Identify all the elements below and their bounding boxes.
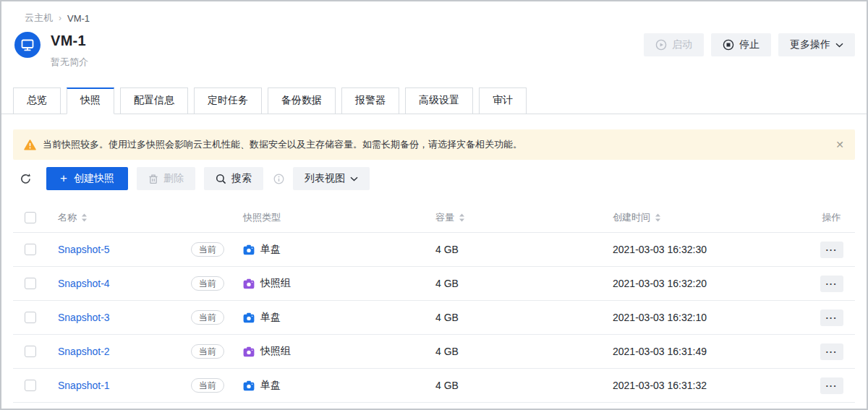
snapshot-name-link[interactable]: Snapshot-3 — [58, 312, 110, 323]
row-checkbox[interactable] — [25, 278, 36, 289]
snapshot-type-label: 快照组 — [260, 345, 291, 358]
capacity-value: 4 GB — [435, 380, 613, 391]
tab-advanced-settings[interactable]: 高级设置 — [405, 87, 473, 114]
start-button-label: 启动 — [672, 38, 692, 51]
breadcrumb: 云主机 › VM-1 — [1, 1, 867, 25]
tab-configuration[interactable]: 配置信息 — [120, 87, 188, 114]
select-all-checkbox[interactable] — [25, 212, 36, 223]
view-mode-button[interactable]: 列表视图 — [293, 167, 370, 190]
tab-overview[interactable]: 总览 — [13, 87, 61, 114]
snapshot-name-link[interactable]: Snapshot-5 — [58, 244, 110, 255]
tab-scheduled-tasks[interactable]: 定时任务 — [194, 87, 262, 114]
snapshot-name-link[interactable]: Snapshot-1 — [58, 380, 110, 391]
warning-icon — [24, 140, 36, 150]
warning-banner: 当前快照较多。使用过多快照会影响云主机性能、数据安全以及主存储容量。如需长期备份… — [13, 129, 855, 160]
stop-button[interactable]: 停止 — [711, 33, 771, 56]
trash-icon — [148, 174, 158, 184]
table-header: 名称 快照类型 容量 创建时间 操作 — [13, 202, 855, 233]
column-label-created: 创建时间 — [613, 211, 650, 224]
column-header-name[interactable]: 名称 — [48, 211, 240, 224]
header-actions: 启动 停止 更多操作 — [644, 33, 855, 56]
current-badge: 当前 — [191, 310, 224, 325]
ellipsis-icon: ··· — [826, 313, 838, 323]
capacity-value: 4 GB — [435, 346, 613, 357]
table-row: Snapshot-4 当前 快照组 4 GB 2021-03-03 16:32:… — [13, 267, 855, 301]
ellipsis-icon: ··· — [826, 279, 838, 289]
row-checkbox[interactable] — [25, 380, 36, 391]
create-snapshot-button[interactable]: + 创建快照 — [46, 167, 128, 190]
current-badge: 当前 — [191, 276, 224, 291]
current-badge: 当前 — [191, 242, 224, 257]
page-header: VM-1 暂无简介 启动 停止 更多操作 — [1, 25, 867, 69]
breadcrumb-item-current: VM-1 — [67, 13, 90, 24]
refresh-button[interactable] — [13, 167, 38, 190]
column-header-created[interactable]: 创建时间 — [613, 211, 808, 224]
tab-alarms[interactable]: 报警器 — [341, 87, 399, 114]
row-actions-button[interactable]: ··· — [820, 343, 843, 360]
created-time: 2021-03-03 16:31:32 — [613, 380, 808, 391]
plus-icon: + — [60, 172, 67, 184]
column-label-actions: 操作 — [822, 211, 841, 224]
more-actions-label: 更多操作 — [790, 38, 830, 51]
page-subtitle: 暂无简介 — [51, 56, 88, 69]
ellipsis-icon: ··· — [826, 381, 838, 390]
column-label-type: 快照类型 — [243, 211, 281, 224]
refresh-icon — [20, 173, 32, 185]
tab-backup-data[interactable]: 备份数据 — [268, 87, 336, 114]
column-label-name: 名称 — [58, 211, 77, 224]
snapshot-type-label: 单盘 — [260, 311, 281, 324]
created-time: 2021-03-03 16:32:10 — [613, 312, 808, 323]
stop-button-label: 停止 — [739, 38, 760, 51]
row-actions-button[interactable]: ··· — [820, 276, 843, 292]
ellipsis-icon: ··· — [826, 347, 838, 356]
table-row: Snapshot-2 当前 快照组 4 GB 2021-03-03 16:31:… — [13, 335, 855, 369]
monitor-icon — [20, 38, 35, 52]
snapshot-type-label: 单盘 — [260, 379, 281, 392]
play-circle-icon — [655, 39, 667, 51]
table-row: Snapshot-5 当前 单盘 4 GB 2021-03-03 16:32:3… — [13, 233, 855, 267]
column-header-actions: 操作 — [808, 211, 855, 224]
table-row: Snapshot-3 当前 单盘 4 GB 2021-03-03 16:32:1… — [13, 301, 855, 335]
ellipsis-icon: ··· — [826, 245, 838, 255]
row-checkbox[interactable] — [25, 312, 36, 323]
capacity-value: 4 GB — [435, 312, 613, 323]
snapshot-name-link[interactable]: Snapshot-4 — [58, 278, 110, 289]
search-icon — [216, 174, 226, 184]
banner-close-icon[interactable]: ✕ — [835, 140, 844, 150]
delete-button-label: 删除 — [163, 172, 184, 185]
tab-bar: 总览 快照 配置信息 定时任务 备份数据 报警器 高级设置 审计 — [1, 87, 867, 114]
current-badge: 当前 — [191, 378, 224, 393]
search-button-label: 搜索 — [231, 172, 252, 185]
current-badge: 当前 — [191, 344, 224, 359]
row-actions-button[interactable]: ··· — [820, 242, 843, 258]
snapshot-type-label: 单盘 — [260, 243, 281, 256]
column-label-capacity: 容量 — [435, 211, 454, 224]
create-snapshot-label: 创建快照 — [74, 172, 114, 185]
view-mode-label: 列表视图 — [305, 172, 345, 185]
created-time: 2021-03-03 16:32:20 — [613, 278, 808, 289]
sort-icon — [459, 213, 465, 223]
row-checkbox[interactable] — [25, 244, 36, 255]
capacity-value: 4 GB — [435, 278, 613, 289]
camera-icon — [243, 312, 255, 323]
snapshot-name-link[interactable]: Snapshot-2 — [58, 346, 110, 357]
chevron-down-icon — [835, 43, 843, 48]
breadcrumb-item-vm-list[interactable]: 云主机 — [25, 12, 53, 25]
row-checkbox[interactable] — [25, 346, 36, 357]
column-header-capacity[interactable]: 容量 — [435, 211, 613, 224]
title-block: VM-1 暂无简介 — [51, 32, 88, 69]
created-time: 2021-03-03 16:32:30 — [613, 244, 808, 255]
sort-icon — [81, 213, 88, 223]
info-icon[interactable] — [273, 174, 284, 184]
row-actions-button[interactable]: ··· — [820, 377, 843, 394]
camera-icon — [243, 380, 255, 391]
delete-button[interactable]: 删除 — [137, 167, 195, 190]
start-button[interactable]: 启动 — [644, 33, 704, 56]
snapshot-type-label: 快照组 — [260, 277, 291, 290]
camera-icon — [243, 346, 255, 357]
row-actions-button[interactable]: ··· — [820, 309, 843, 326]
more-actions-button[interactable]: 更多操作 — [778, 33, 855, 56]
tab-snapshot[interactable]: 快照 — [67, 87, 114, 114]
tab-audit[interactable]: 审计 — [479, 87, 527, 114]
search-button[interactable]: 搜索 — [204, 167, 263, 190]
